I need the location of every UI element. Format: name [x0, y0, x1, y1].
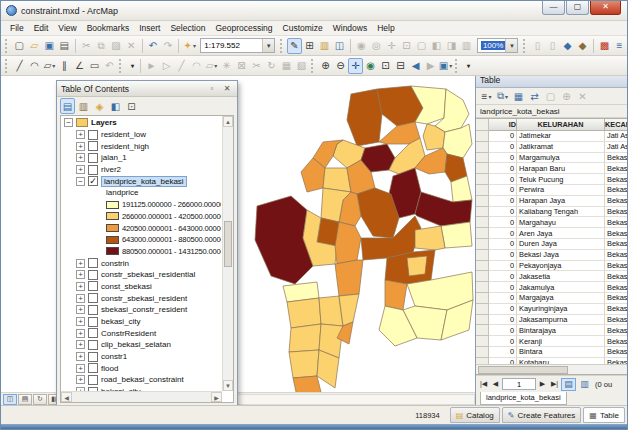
dock-tab-create-features[interactable]: ✎Create Features: [502, 407, 582, 423]
layer-checkbox-checked[interactable]: ✓: [88, 176, 98, 186]
zoom-to-selected-icon[interactable]: ⊕: [559, 88, 574, 104]
arctoolbox-icon[interactable]: ▩: [597, 38, 612, 54]
close-button[interactable]: ✕: [590, 1, 621, 15]
row-selector[interactable]: [476, 153, 489, 164]
table-row[interactable]: 0KayuringinjayaBekasi Selatan: [476, 304, 627, 315]
toc-options-icon[interactable]: ⊡: [124, 98, 139, 114]
row-selector[interactable]: [476, 239, 489, 250]
expand-icon[interactable]: +: [76, 270, 85, 279]
row-selector[interactable]: [476, 271, 489, 282]
toc-layer-item[interactable]: +constr_sbekasi_residential: [61, 269, 221, 281]
list-by-visibility-icon[interactable]: ◈: [92, 98, 107, 114]
toc-layer-item[interactable]: +resident_high: [61, 140, 221, 152]
layer-checkbox[interactable]: [88, 352, 98, 362]
expand-icon[interactable]: +: [76, 317, 85, 326]
edit-line-icon[interactable]: ╱: [174, 58, 189, 74]
row-selector[interactable]: [476, 196, 489, 207]
table-row[interactable]: 0Bekasi JayaBekasi Timur: [476, 250, 627, 261]
edit-arc-icon[interactable]: ◠: [189, 58, 204, 74]
select-by-attributes-icon[interactable]: ▦: [511, 88, 526, 104]
edit-tool-icon[interactable]: ►: [144, 58, 159, 74]
zoom-percent-combobox[interactable]: 100%▼: [477, 38, 518, 53]
map-polygon[interactable]: [289, 324, 321, 352]
table-row[interactable]: 0KeranjiBekasi Barat: [476, 336, 627, 347]
edit-polygon-icon[interactable]: ▱▾: [204, 58, 219, 74]
map-polygon[interactable]: [385, 280, 407, 310]
table-row[interactable]: 0Harapan JayaBekasi Utara: [476, 196, 627, 207]
next-record-icon[interactable]: ▶: [537, 380, 548, 388]
row-selector[interactable]: [476, 207, 489, 218]
scroll-up-icon[interactable]: ▲: [223, 116, 233, 127]
dock-tab-catalog[interactable]: ▤Catalog: [450, 407, 500, 423]
menu-insert[interactable]: Insert: [134, 22, 165, 34]
fixed-zoom-out-icon[interactable]: ⊟: [393, 58, 408, 74]
map-polygon[interactable]: [407, 256, 427, 276]
toc-layer-item[interactable]: +road_bekasi_constraint: [61, 374, 221, 386]
expand-icon[interactable]: +: [76, 305, 85, 314]
list-by-selection-icon[interactable]: ◧: [108, 98, 123, 114]
menu-edit[interactable]: Edit: [29, 22, 54, 34]
share-package-icon[interactable]: ◆: [560, 38, 575, 54]
menu-customize[interactable]: Customize: [278, 22, 328, 34]
scroll-left-icon[interactable]: ◀: [61, 392, 72, 402]
expand-icon[interactable]: +: [76, 259, 85, 268]
shape-tool-icon[interactable]: ▭: [87, 58, 102, 74]
toc-layer-item[interactable]: +ConstrResident: [61, 327, 221, 339]
toc-legend-item[interactable]: 420500.000001 - 643000.000000: [61, 222, 221, 234]
table-row[interactable]: 0JatikramatJati Asih: [476, 142, 627, 153]
sketch-properties-icon[interactable]: ▧: [294, 58, 309, 74]
switch-selection-icon[interactable]: ⇄: [527, 88, 542, 104]
column-header-selector[interactable]: [476, 119, 489, 131]
layer-checkbox[interactable]: [88, 281, 98, 291]
table-row[interactable]: 0PekayonjayaBekasi Selatan: [476, 261, 627, 272]
table-row[interactable]: 0JatimekarJati Asih: [476, 131, 627, 142]
expand-icon[interactable]: +: [76, 375, 85, 384]
auto-hide-icon[interactable]: ▫: [206, 84, 218, 93]
table-horizontal-scrollbar[interactable]: [476, 364, 627, 374]
draw-polygon-icon[interactable]: ▱▾: [42, 58, 57, 74]
layer-checkbox[interactable]: [88, 141, 98, 151]
menu-selection[interactable]: Selection: [165, 22, 210, 34]
related-tables-icon[interactable]: ⧉▾: [495, 88, 510, 104]
toc-layer-item[interactable]: +flood: [61, 362, 221, 374]
table-row[interactable]: 0BintaraBekasi Barat: [476, 347, 627, 358]
map-polygon[interactable]: [335, 222, 361, 264]
go-forward-extent-icon[interactable]: ▶: [423, 58, 438, 74]
page-refresh-icon[interactable]: ▯: [545, 38, 560, 54]
expand-icon[interactable]: +: [76, 282, 85, 291]
expand-icon[interactable]: +: [76, 130, 85, 139]
show-all-records-icon[interactable]: ▤: [561, 378, 576, 391]
data-view-button[interactable]: ◫: [3, 394, 17, 405]
scroll-right-icon[interactable]: ▶: [211, 392, 222, 402]
column-header-id[interactable]: ID: [489, 119, 517, 131]
expand-icon[interactable]: +: [76, 340, 85, 349]
arcbrutile-menu[interactable]: ▾: [462, 62, 473, 69]
toc-layer-item[interactable]: +resident_low: [61, 129, 221, 141]
row-selector[interactable]: [476, 228, 489, 239]
map-polygon[interactable]: [379, 122, 420, 144]
menu-bookmarks[interactable]: Bookmarks: [82, 22, 135, 34]
column-header-kecamatan[interactable]: KECAMATAN: [605, 119, 627, 131]
toc-layer-item[interactable]: +river2: [61, 164, 221, 176]
layer-checkbox[interactable]: [88, 305, 98, 315]
zoom-out-icon[interactable]: ⊖: [333, 58, 348, 74]
minimize-button[interactable]: —: [542, 1, 565, 15]
expand-icon[interactable]: +: [76, 294, 85, 303]
chevron-down-icon[interactable]: ▼: [505, 39, 517, 52]
row-selector[interactable]: [476, 347, 489, 358]
row-selector[interactable]: [476, 325, 489, 336]
menu-geoprocessing[interactable]: Geoprocessing: [210, 22, 277, 34]
collapse-icon[interactable]: −: [64, 118, 73, 127]
map-canvas[interactable]: [239, 80, 475, 405]
layout-fixed-in-icon[interactable]: ◧: [429, 38, 444, 54]
reshape-icon[interactable]: ✂: [249, 58, 264, 74]
table-row[interactable]: 0JakasetiaBekasi Selatan: [476, 271, 627, 282]
table-row[interactable]: 0MargajayaBekasi Selatan: [476, 293, 627, 304]
list-by-source-icon[interactable]: ▥: [76, 98, 91, 114]
row-selector[interactable]: [476, 142, 489, 153]
collapse-icon[interactable]: −: [76, 177, 85, 186]
row-selector[interactable]: [476, 315, 489, 326]
map-polygon[interactable]: [335, 260, 363, 296]
toc-layer-item[interactable]: +constr_sbekasi_resident: [61, 292, 221, 304]
copy-icon[interactable]: ⧉: [94, 38, 109, 54]
